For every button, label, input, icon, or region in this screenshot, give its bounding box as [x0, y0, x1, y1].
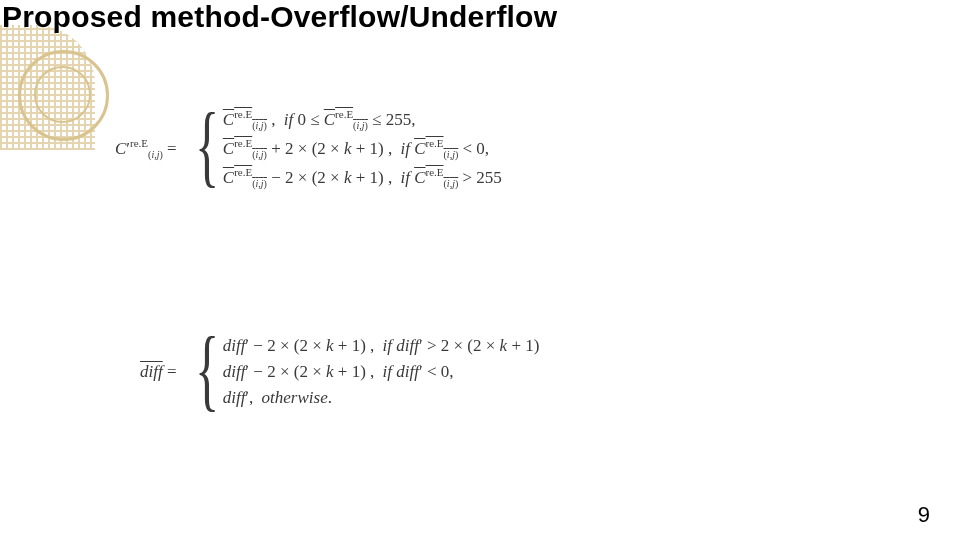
brace-icon: {: [195, 111, 219, 180]
equation-2: diff = { diff′ − 2 × (2 × k + 1) , if di…: [140, 330, 880, 414]
eq2-case2: diff′ − 2 × (2 × k + 1) , if diff′ < 0,: [223, 362, 540, 382]
eq1-cases: Cre.E(i,j) , if 0 ≤ Cre.E(i,j) ≤ 255, Cr…: [223, 102, 502, 195]
hatch-pattern: [0, 25, 95, 150]
brace-icon: {: [194, 335, 218, 404]
eq2-cases: diff′ − 2 × (2 × k + 1) , if diff′ > 2 ×…: [223, 330, 540, 414]
slide-title: Proposed method-Overflow/Underflow Propo…: [2, 0, 557, 34]
eq2-lhs: diff =: [140, 362, 185, 382]
eq2-case3: diff′, otherwise.: [223, 388, 540, 408]
eq1-case3: Cre.E(i,j) − 2 × (2 × k + 1) , if Cre.E(…: [223, 166, 502, 189]
eq1-case2: Cre.E(i,j) + 2 × (2 × k + 1) , if Cre.E(…: [223, 137, 502, 160]
page-number: 9: [918, 502, 930, 528]
ring-icon: [18, 50, 109, 141]
eq1-case1: Cre.E(i,j) , if 0 ≤ Cre.E(i,j) ≤ 255,: [223, 108, 502, 131]
eq2-case1: diff′ − 2 × (2 × k + 1) , if diff′ > 2 ×…: [223, 336, 540, 356]
equation-1: C′re.E(i,j) = { Cre.E(i,j) , if 0 ≤ Cre.…: [115, 102, 855, 195]
title-text: Proposed method-Overflow/Underflow: [2, 0, 557, 33]
eq1-lhs: C′re.E(i,j) =: [115, 137, 185, 160]
ring-icon: [34, 66, 91, 123]
